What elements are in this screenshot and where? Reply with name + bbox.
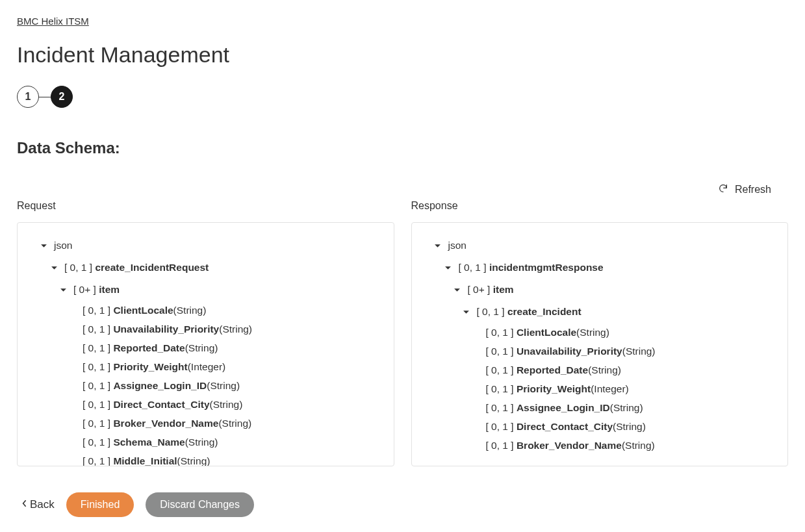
breadcrumb-link[interactable]: BMC Helix ITSM <box>17 16 89 27</box>
field-type: (String) <box>218 418 251 429</box>
field-name: Reported_Date <box>517 365 588 375</box>
field-name: Direct_Contact_City <box>113 399 209 410</box>
tree-row[interactable]: json <box>421 234 779 257</box>
tree-leaf[interactable]: [ 0, 1 ] Broker_Vendor_Name (String) <box>421 436 779 455</box>
refresh-button[interactable]: Refresh <box>17 183 771 196</box>
field-type: (String) <box>210 399 243 410</box>
tree-row[interactable]: [ 0, 1 ] incidentmgmtResponse <box>421 257 779 279</box>
tree-leaf[interactable]: [ 0, 1 ] Direct_Contact_City (String) <box>27 395 385 414</box>
field-type: (String) <box>185 343 218 353</box>
cardinality: [ 0, 1 ] <box>83 437 110 448</box>
chevron-left-icon <box>22 498 27 511</box>
request-panel: json [ 0, 1 ] create_IncidentRequest [ 0… <box>17 222 394 466</box>
cardinality: [ 0, 1 ] <box>83 456 110 466</box>
tree-row[interactable]: json <box>27 234 385 257</box>
field-name: Reported_Date <box>113 343 185 353</box>
tree-leaf[interactable]: [ 0, 1 ] Assignee_Login_ID (String) <box>421 398 779 417</box>
response-column: Response json [ 0, 1 ] incidentmgmtRespo… <box>411 200 789 466</box>
section-title: Data Schema: <box>17 139 788 157</box>
tree-leaf[interactable]: [ 0, 1 ] Unavailability_Priority (String… <box>421 342 779 361</box>
field-type: (Integer) <box>188 362 226 372</box>
page-title: Incident Management <box>17 42 788 68</box>
field-type: (String) <box>173 305 207 316</box>
request-header: Request <box>17 200 394 212</box>
response-header: Response <box>411 200 789 212</box>
tree-leaf[interactable]: [ 0, 1 ] ClientLocale (String) <box>27 301 385 320</box>
step-connector <box>39 97 51 97</box>
field-type: (String) <box>207 381 240 391</box>
step-1[interactable]: 1 <box>17 86 39 108</box>
cardinality: [ 0+ ] <box>73 285 96 295</box>
step-2[interactable]: 2 <box>51 86 73 108</box>
field-type: (String) <box>588 365 621 375</box>
cardinality: [ 0, 1 ] <box>486 384 514 394</box>
tree-leaf[interactable]: [ 0, 1 ] Schema_Name (String) <box>27 433 385 451</box>
tree-leaf[interactable]: [ 0, 1 ] Priority_Weight (Integer) <box>421 379 779 398</box>
refresh-label: Refresh <box>735 184 771 196</box>
field-type: (String) <box>622 346 656 357</box>
cardinality: [ 0, 1 ] <box>486 422 514 432</box>
field-type: (String) <box>610 403 643 413</box>
cardinality: [ 0, 1 ] <box>459 262 487 273</box>
tree-leaf[interactable]: [ 0, 1 ] Direct_Contact_City (String) <box>421 417 779 436</box>
field-name: Broker_Vendor_Name <box>517 440 622 451</box>
field-name: Assignee_Login_ID <box>113 381 207 391</box>
cardinality: [ 0, 1 ] <box>486 346 514 357</box>
tree-leaf[interactable]: [ 0, 1 ] Broker_Vendor_Name (String) <box>27 414 385 433</box>
field-name: Priority_Weight <box>517 384 591 394</box>
tree-leaf[interactable]: [ 0, 1 ] Priority_Weight (Integer) <box>27 357 385 376</box>
field-name: Broker_Vendor_Name <box>113 418 218 429</box>
cardinality: [ 0, 1 ] <box>486 327 514 338</box>
cardinality: [ 0, 1 ] <box>83 343 110 353</box>
cardinality: [ 0, 1 ] <box>486 403 514 413</box>
field-name: Middle_Initial <box>113 456 177 466</box>
field-type: (String) <box>576 327 609 338</box>
response-panel: json [ 0, 1 ] incidentmgmtResponse [ 0+ … <box>411 222 789 466</box>
cardinality: [ 0, 1 ] <box>64 262 92 273</box>
tree-leaf[interactable]: [ 0, 1 ] ClientLocale (String) <box>421 323 779 342</box>
back-button[interactable]: Back <box>22 498 55 511</box>
cardinality: [ 0, 1 ] <box>83 362 110 372</box>
chevron-down-icon <box>443 264 454 272</box>
cardinality: [ 0, 1 ] <box>477 307 505 317</box>
field-name: Direct_Contact_City <box>517 422 613 432</box>
tree-label: item <box>493 285 514 295</box>
cardinality: [ 0, 1 ] <box>83 399 110 410</box>
field-type: (String) <box>177 456 211 466</box>
tree-row[interactable]: [ 0+ ] item <box>421 279 779 301</box>
tree-leaf[interactable]: [ 0, 1 ] Middle_Initial (String) <box>27 451 385 466</box>
cardinality: [ 0, 1 ] <box>486 440 514 451</box>
tree-row[interactable]: [ 0+ ] item <box>27 279 385 301</box>
field-type: (String) <box>622 440 655 451</box>
tree-label: incidentmgmtResponse <box>489 262 604 273</box>
chevron-down-icon <box>452 286 463 294</box>
field-name: Assignee_Login_ID <box>517 403 610 413</box>
request-column: Request json [ 0, 1 ] create_IncidentReq… <box>17 200 394 466</box>
tree-row[interactable]: [ 0, 1 ] create_Incident <box>421 301 779 323</box>
field-name: Priority_Weight <box>113 362 187 372</box>
tree-leaf[interactable]: [ 0, 1 ] Unavailability_Priority (String… <box>27 320 385 338</box>
cardinality: [ 0+ ] <box>468 285 491 295</box>
field-name: Schema_Name <box>113 437 185 448</box>
chevron-down-icon <box>49 264 59 272</box>
chevron-down-icon <box>461 309 472 316</box>
chevron-down-icon <box>58 286 68 294</box>
finished-button[interactable]: Finished <box>66 492 134 517</box>
tree-label: create_Incident <box>507 307 581 317</box>
tree-label: json <box>54 240 72 251</box>
cardinality: [ 0, 1 ] <box>83 324 110 335</box>
chevron-down-icon <box>433 242 443 249</box>
field-type: (String) <box>219 324 252 335</box>
tree-leaf[interactable]: [ 0, 1 ] Reported_Date (String) <box>27 338 385 357</box>
tree-row[interactable]: [ 0, 1 ] create_IncidentRequest <box>27 257 385 279</box>
tree-label: create_IncidentRequest <box>95 262 209 273</box>
field-name: Unavailability_Priority <box>517 346 622 357</box>
tree-leaf[interactable]: [ 0, 1 ] Assignee_Login_ID (String) <box>27 376 385 395</box>
tree-leaf[interactable]: [ 0, 1 ] Reported_Date (String) <box>421 361 779 379</box>
cardinality: [ 0, 1 ] <box>83 305 110 316</box>
tree-label: item <box>99 285 120 295</box>
discard-button[interactable]: Discard Changes <box>146 492 254 517</box>
field-name: ClientLocale <box>113 305 173 316</box>
cardinality: [ 0, 1 ] <box>83 418 110 429</box>
cardinality: [ 0, 1 ] <box>486 365 514 375</box>
